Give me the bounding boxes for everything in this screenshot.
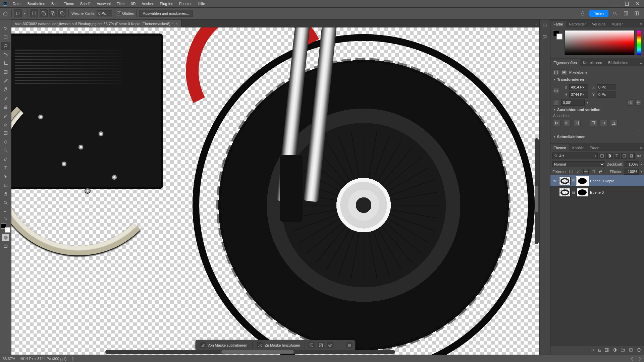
blend-mode-select[interactable]: Normal — [552, 161, 605, 167]
tab-close-icon[interactable]: × — [175, 22, 177, 26]
dodge-tool[interactable] — [1, 146, 10, 155]
tab-bibliotheken[interactable]: Bibliotheken — [605, 59, 631, 66]
link-layers-icon[interactable] — [590, 348, 595, 353]
history-panel-icon[interactable] — [541, 21, 549, 29]
add-to-mask-button[interactable]: Zu Maske hinzufügen — [256, 342, 301, 349]
document-tab[interactable]: bike-3073082 nattapol deejitwasin auf Pi… — [11, 20, 181, 27]
menu-3d[interactable]: 3D — [128, 2, 138, 6]
lock-artboard-icon[interactable] — [591, 169, 596, 174]
tab-eigenschaften[interactable]: Eigenschaften — [550, 59, 580, 66]
path-select-tool[interactable] — [1, 173, 10, 181]
width-input[interactable] — [569, 84, 588, 90]
beaker-icon[interactable] — [579, 9, 587, 17]
mask-link-icon[interactable]: ⛓ — [572, 190, 575, 194]
frame-tool[interactable] — [1, 68, 10, 76]
dropdown-caret-icon[interactable]: ▾ — [641, 170, 642, 173]
toolbar-collapse-icon[interactable]: » — [0, 21, 11, 24]
invert-mask-icon[interactable] — [308, 342, 314, 348]
transform-section-header[interactable]: ▾Transformieren — [553, 76, 641, 83]
menu-bild[interactable]: Bild — [49, 2, 60, 6]
zoom-level[interactable]: 66,67% — [3, 357, 15, 361]
selection-add-icon[interactable] — [40, 9, 48, 17]
menu-fenster[interactable]: Fenster — [176, 2, 194, 6]
swap-colors-icon[interactable] — [1, 216, 10, 221]
hand-tool[interactable] — [1, 190, 10, 198]
opacity-input[interactable] — [625, 161, 639, 167]
layer-row[interactable]: ⛓ Ebene 0 — [550, 187, 644, 198]
menu-auswahl[interactable]: Auswahl — [94, 2, 113, 6]
maximize-icon[interactable] — [625, 1, 629, 6]
tab-ebenen[interactable]: Ebenen — [550, 144, 569, 151]
selection-new-icon[interactable] — [30, 9, 38, 17]
arrange-icon[interactable] — [633, 9, 641, 17]
antialias-checkbox[interactable]: ✓ Glätten — [117, 11, 134, 15]
menu-hilfe[interactable]: Hilfe — [195, 2, 208, 6]
menu-ansicht[interactable]: Ansicht — [139, 2, 156, 6]
visibility-toggle-icon[interactable]: 👁 — [552, 179, 558, 183]
minimize-icon[interactable] — [614, 1, 619, 6]
quick-mask-toggle[interactable] — [2, 234, 9, 241]
lock-pixels-icon[interactable] — [576, 169, 581, 174]
align-top-icon[interactable] — [590, 120, 597, 126]
x-input[interactable] — [597, 84, 615, 90]
brush-tool[interactable] — [1, 94, 10, 102]
mask-thumbnail[interactable] — [577, 177, 588, 185]
eyedropper-tool[interactable] — [1, 77, 10, 85]
lasso-tool[interactable] — [1, 42, 10, 50]
quick-actions-header[interactable]: ▾Schnellaktionen — [553, 133, 641, 140]
flip-vertical-icon[interactable] — [635, 100, 641, 106]
tab-kanaele[interactable]: Kanäle — [569, 144, 587, 151]
panel-menu-icon[interactable]: ≡ — [638, 21, 644, 27]
disable-mask-icon[interactable] — [318, 342, 324, 348]
home-icon[interactable] — [1, 9, 9, 17]
panel-menu-icon[interactable]: ≡ — [638, 59, 644, 66]
y-input[interactable] — [597, 92, 615, 98]
zoom-tool[interactable] — [1, 199, 10, 207]
scroll-left-icon[interactable]: ❮ — [631, 356, 634, 361]
layer-name[interactable]: Ebene 0 — [589, 190, 643, 194]
lock-all-icon[interactable] — [598, 169, 603, 174]
lasso-tool-preset-icon[interactable] — [14, 9, 22, 17]
align-left-icon[interactable] — [553, 120, 560, 126]
align-section-header[interactable]: ▾Ausrichten und verteilen — [553, 106, 641, 113]
panel-collapse-icon[interactable]: « — [533, 20, 539, 27]
add-mask-icon[interactable] — [604, 348, 609, 353]
height-input[interactable] — [569, 92, 588, 98]
workspace-icon[interactable] — [622, 9, 630, 17]
color-field[interactable] — [565, 30, 635, 55]
menu-plugins[interactable]: Plug-ins — [157, 2, 176, 6]
angle-input[interactable] — [561, 100, 585, 106]
tab-verlaeufe[interactable]: Verläufe — [589, 21, 608, 27]
align-bottom-icon[interactable] — [610, 120, 618, 126]
hue-slider[interactable] — [637, 30, 641, 55]
status-menu-icon[interactable]: ❯ — [71, 356, 74, 361]
subtract-from-mask-button[interactable]: Von Maske subtrahieren — [199, 342, 249, 349]
fill-input[interactable] — [624, 169, 639, 175]
search-icon[interactable] — [611, 9, 619, 17]
quick-select-tool[interactable] — [1, 51, 10, 59]
gradient-tool[interactable] — [1, 129, 10, 137]
screen-mode-icon[interactable] — [1, 242, 10, 250]
layer-thumbnail[interactable] — [559, 188, 571, 197]
tab-pfade[interactable]: Pfade — [587, 144, 602, 151]
layer-fx-icon[interactable]: fx — [598, 348, 601, 353]
marquee-tool[interactable] — [1, 33, 10, 41]
stamp-tool[interactable] — [1, 103, 10, 111]
tab-korrekturen[interactable]: Korrekturen — [580, 59, 605, 66]
share-button[interactable]: Teilen — [589, 10, 608, 17]
selection-subtract-icon[interactable] — [49, 9, 57, 17]
blur-tool[interactable] — [1, 138, 10, 146]
scroll-right-icon[interactable]: ❯ — [638, 356, 641, 361]
align-vcenter-icon[interactable] — [600, 120, 607, 126]
color-swatch-pair[interactable] — [553, 30, 562, 40]
more-tools[interactable]: ⋯ — [1, 207, 10, 216]
canvas[interactable]: Von Maske subtrahieren Zu Maske hinzufüg… — [11, 27, 539, 355]
link-wh-icon[interactable] — [553, 88, 559, 94]
feather-input[interactable] — [97, 10, 112, 16]
menu-ebene[interactable]: Ebene — [61, 2, 77, 6]
filter-smart-icon[interactable] — [629, 153, 635, 159]
filter-type-icon[interactable] — [614, 153, 620, 159]
background-color[interactable] — [5, 227, 10, 233]
group-icon[interactable] — [621, 348, 625, 353]
dropdown-caret-icon[interactable]: ▾ — [641, 163, 642, 166]
